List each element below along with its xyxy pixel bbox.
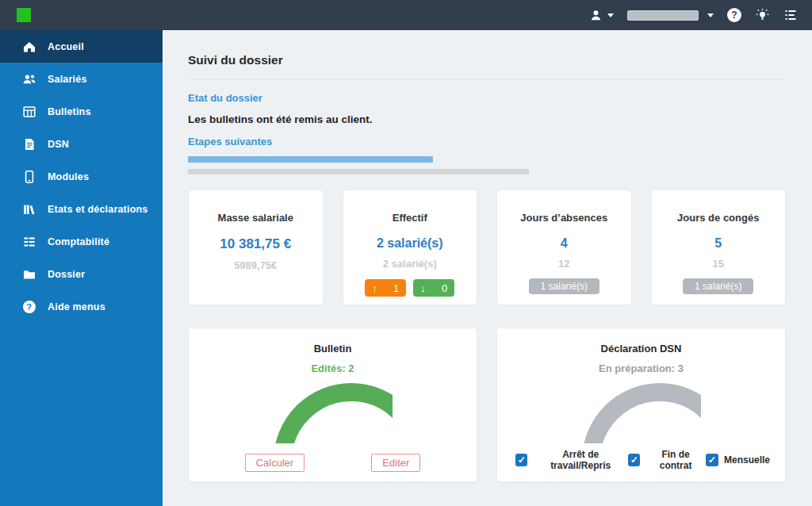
dsn-status: En préparation: 3 [497, 362, 785, 374]
sidebar-item-label: Comptabilité [48, 236, 109, 247]
card-value: 2 salarié(s) [343, 236, 477, 251]
tablet-icon [21, 170, 36, 184]
sidebar-item-label: DSN [48, 139, 69, 150]
sidebar-item-salaries[interactable]: Salariés [0, 63, 163, 95]
sidebar-item-bulletins[interactable]: Bulletins [0, 95, 163, 128]
sidebar-item-label: Modules [48, 171, 89, 182]
card-value: 5 [652, 236, 786, 251]
sidebar-item-label: Bulletins [48, 106, 91, 117]
dossier-select[interactable] [627, 10, 714, 21]
card-value: 10 381,75 € [189, 236, 323, 252]
sidebar-item-comptabilite[interactable]: Comptabilité [0, 225, 163, 258]
stat-cards-row: Masse salariale 10 381,75 € 5989,75€ Eff… [188, 190, 786, 305]
card-title: Bulletin [189, 343, 477, 355]
sidebar-item-etats-declarations[interactable]: Etats et déclarations [0, 193, 163, 225]
bottom-cards-row: Bulletin Edités: 2 Calculer Editer Décla… [188, 328, 786, 482]
sidebar: Accueil Salariés Bulletins DSN Modules E… [0, 30, 163, 506]
dossier-state-message: Les bulletins ont été remis au client. [188, 113, 786, 125]
card-value: 4 [497, 236, 631, 251]
card-masse-salariale: Masse salariale 10 381,75 € 5989,75€ [188, 190, 324, 305]
bulletin-status: Edités: 2 [189, 362, 477, 374]
sidebar-item-accueil[interactable]: Accueil [0, 30, 163, 63]
home-icon [21, 40, 36, 54]
user-menu[interactable] [589, 9, 614, 22]
page-title: Suivi du dossier [188, 53, 786, 67]
card-title: Jours d’absences [497, 212, 631, 224]
card-subvalue: 2 salarié(s) [343, 258, 477, 270]
editer-button[interactable]: Editer [371, 454, 420, 472]
etapes-suivantes-link[interactable]: Etapes suivantes [188, 136, 272, 148]
card-subvalue: 15 [652, 258, 786, 270]
app-logo[interactable] [17, 8, 31, 22]
card-title: Déclaration DSN [497, 343, 785, 355]
checkbox-label: Mensuelle [724, 454, 770, 466]
checkbox-label: Arrêt de travail/Repris [533, 449, 628, 471]
lightbulb-icon[interactable] [755, 8, 770, 23]
progress-bar-primary [188, 156, 433, 163]
card-effectif: Effectif 2 salarié(s) 2 salarié(s) ↑ 1 ↓… [343, 190, 478, 305]
arrow-down-icon: ↓ [420, 282, 426, 294]
card-title: Effectif [343, 212, 477, 224]
arrow-up-icon: ↑ [372, 282, 377, 294]
dsn-gauge [582, 383, 701, 443]
etat-du-dossier-link[interactable]: Etat du dossier [188, 92, 262, 104]
sidebar-item-aide-menus[interactable]: ? Aide menus [0, 290, 163, 323]
table-icon [21, 105, 36, 119]
document-icon [21, 137, 36, 151]
card-subvalue: 5989,75€ [189, 259, 323, 271]
card-jours-absences: Jours d’absences 4 12 1 salarié(s) [496, 190, 632, 305]
salaries-badge: 1 salarié(s) [683, 278, 753, 294]
checkbox-checked-icon[interactable] [706, 454, 718, 466]
list-icon[interactable] [783, 8, 798, 22]
card-declaration-dsn: Déclaration DSN En préparation: 3 Arrêt … [496, 328, 786, 482]
checkbox-label: Fin de contrat [645, 449, 706, 471]
salaries-badge: 1 salarié(s) [529, 278, 599, 294]
sidebar-item-label: Accueil [48, 41, 84, 52]
entries-count: 1 [393, 282, 399, 294]
sidebar-item-label: Salariés [48, 74, 87, 85]
card-title: Jours de congés [652, 212, 786, 224]
caret-down-icon [707, 13, 714, 17]
ledger-icon [21, 235, 36, 249]
sidebar-item-label: Dossier [48, 269, 85, 280]
card-bulletin: Bulletin Edités: 2 Calculer Editer [188, 328, 477, 482]
help-icon[interactable]: ? [727, 8, 741, 22]
checkbox-checked-icon[interactable] [515, 454, 527, 466]
exits-count: 0 [442, 282, 447, 294]
sidebar-item-dossier[interactable]: Dossier [0, 258, 163, 290]
checkbox-checked-icon[interactable] [628, 454, 640, 466]
dossier-select-field[interactable] [627, 10, 699, 21]
sidebar-item-modules[interactable]: Modules [0, 160, 163, 193]
checkbox-fin-contrat[interactable]: Fin de contrat [628, 449, 706, 471]
books-icon [21, 202, 36, 217]
users-icon [21, 72, 36, 86]
bulletin-gauge [274, 383, 393, 443]
entries-badge: ↑ 1 [365, 279, 406, 297]
checkbox-arret-travail[interactable]: Arrêt de travail/Repris [515, 449, 628, 471]
caret-down-icon [607, 13, 614, 17]
topbar: ? [0, 0, 812, 30]
progress-bar-secondary [188, 169, 529, 174]
help-circle-icon: ? [21, 301, 36, 313]
folder-icon [21, 267, 36, 282]
sidebar-item-label: Aide menus [48, 301, 105, 312]
sidebar-item-label: Etats et déclarations [48, 204, 147, 215]
card-title: Masse salariale [189, 212, 323, 224]
calculer-button[interactable]: Calculer [245, 454, 305, 472]
exits-badge: ↓ 0 [413, 279, 454, 297]
user-icon [589, 9, 603, 22]
sidebar-item-dsn[interactable]: DSN [0, 128, 163, 160]
card-jours-conges: Jours de congés 5 15 1 salarié(s) [651, 190, 787, 305]
checkbox-mensuelle[interactable]: Mensuelle [706, 449, 770, 471]
card-subvalue: 12 [497, 258, 631, 270]
main-content: Suivi du dossier Etat du dossier Les bul… [163, 30, 812, 506]
